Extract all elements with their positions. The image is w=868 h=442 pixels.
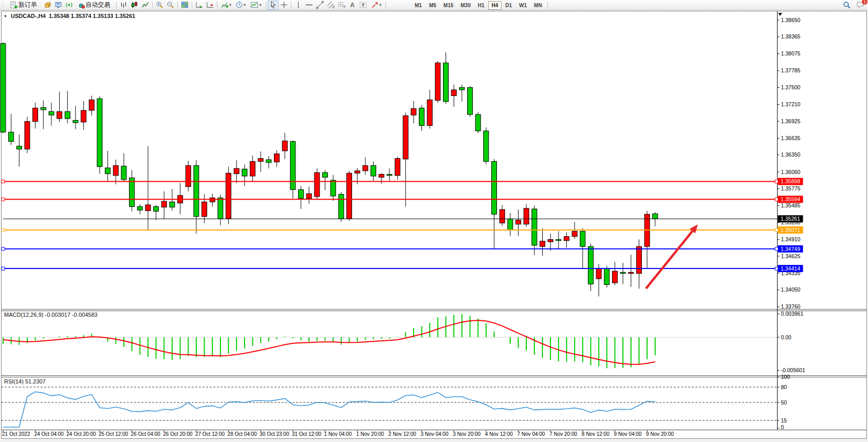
- trendline-icon: [316, 1, 324, 9]
- bar-chart-icon: [120, 1, 127, 9]
- svg-text:9 Nov 04:00: 9 Nov 04:00: [614, 431, 641, 437]
- chart-ohlc: 1.35348 1.35374 1.35133 1.35261: [49, 13, 135, 19]
- svg-text:1.36925: 1.36925: [781, 118, 801, 124]
- new-order-button[interactable]: 新订单: [6, 1, 42, 10]
- svg-text:0.003961: 0.003961: [781, 311, 804, 317]
- fibonacci-tool-button[interactable]: F: [336, 1, 347, 10]
- candles-layer: [1, 42, 658, 296]
- timeframes-clock-button[interactable]: ▾: [233, 1, 248, 10]
- zoom-out-button[interactable]: [165, 1, 176, 10]
- svg-text:1.35261: 1.35261: [781, 216, 800, 222]
- chart-title[interactable]: ▼ USDCAD-,H4 1.35348 1.35374 1.35133 1.3…: [4, 13, 135, 19]
- cursor-tool-button[interactable]: [268, 1, 279, 10]
- svg-text:31 Oct 12:00: 31 Oct 12:00: [292, 431, 322, 437]
- svg-text:15: 15: [781, 417, 787, 424]
- timeframe-M15[interactable]: M15: [440, 1, 457, 10]
- history-cube-button[interactable]: [42, 1, 53, 10]
- svg-text:21 Oct 2022: 21 Oct 2022: [2, 431, 30, 437]
- svg-text:A: A: [350, 2, 355, 9]
- line-chart-button[interactable]: [140, 1, 151, 10]
- search-button[interactable]: [841, 1, 852, 10]
- line-chart-icon: [141, 1, 149, 9]
- zoom-in-button[interactable]: [154, 1, 165, 10]
- indicators-button[interactable]: ▾: [219, 1, 233, 10]
- macd-name: MACD(12,26,9): [4, 312, 43, 318]
- arrows-caret-icon: ▾: [379, 3, 381, 7]
- svg-text:F: F: [343, 5, 345, 9]
- svg-text:1.33760: 1.33760: [781, 303, 801, 310]
- vertical-line-tool-button[interactable]: [293, 1, 304, 10]
- autotrading-label: 自动交易: [86, 1, 110, 9]
- candlestick-chart-button[interactable]: [129, 1, 140, 10]
- arrows-tool-button[interactable]: ▾: [368, 1, 384, 10]
- rsi-name: RSI(14): [4, 378, 24, 385]
- svg-text:1 Nov 04:00: 1 Nov 04:00: [324, 431, 352, 437]
- timeframe-D1[interactable]: D1: [502, 1, 515, 10]
- horizontal-line-tool-button[interactable]: [304, 1, 315, 10]
- notification-badge: 1: [862, 0, 867, 5]
- chart-collapse-icon[interactable]: ▼: [4, 14, 7, 18]
- svg-text:9 Nov 20:00: 9 Nov 20:00: [646, 431, 674, 437]
- macd-pane-label: MACD(12,26,9) -0.003017 -0.004583: [4, 312, 98, 318]
- text-icon: A: [348, 1, 356, 9]
- svg-text:26 Oct 04:00: 26 Oct 04:00: [131, 431, 161, 437]
- svg-text:1.35775: 1.35775: [781, 185, 801, 191]
- chart-shift-icon: [206, 1, 214, 9]
- svg-text:24 Oct 04:00: 24 Oct 04:00: [34, 431, 64, 437]
- auto-scroll-button[interactable]: [194, 1, 205, 10]
- macd-pane: 0.0039610.00-0.005601: [1, 311, 805, 373]
- svg-text:7 Nov 20:00: 7 Nov 20:00: [549, 431, 577, 437]
- svg-text:7 Nov 04:00: 7 Nov 04:00: [517, 431, 545, 437]
- chart-shift-button[interactable]: [205, 1, 215, 10]
- text-tool-button[interactable]: A: [347, 1, 358, 10]
- signals-button[interactable]: [64, 1, 75, 10]
- svg-text:1.37210: 1.37210: [781, 101, 801, 107]
- timeframe-M30[interactable]: M30: [457, 1, 474, 10]
- svg-text:26 Oct 20:00: 26 Oct 20:00: [163, 431, 193, 437]
- chart-canvas[interactable]: 1.386501.383651.380751.377851.375001.372…: [0, 0, 868, 442]
- toolbar-grip[interactable]: [3, 2, 5, 9]
- signal-icon: [65, 1, 73, 9]
- mt4-window: 新订单 自动交易: [0, 0, 868, 442]
- tile-windows-icon: [181, 1, 189, 9]
- crosshair-tool-button[interactable]: [279, 1, 289, 10]
- template-icon: [250, 1, 258, 9]
- date-axis: 21 Oct 202224 Oct 04:0024 Oct 20:0025 Oc…: [1, 430, 866, 437]
- timeframe-H4[interactable]: H4: [488, 1, 502, 10]
- svg-text:1.38075: 1.38075: [781, 50, 801, 56]
- toolbar-right-group: 1: [841, 1, 866, 10]
- svg-text:4 Nov 12:00: 4 Nov 12:00: [485, 431, 513, 437]
- timeframe-bar: M1M5M15M30H1H4D1W1MN: [411, 0, 546, 10]
- clock-icon: [235, 1, 243, 9]
- svg-text:1.34414: 1.34414: [781, 265, 800, 272]
- toolbar: 新订单 自动交易: [0, 0, 868, 10]
- svg-text:3 Nov 20:00: 3 Nov 20:00: [453, 431, 481, 437]
- svg-text:1.34050: 1.34050: [781, 286, 801, 293]
- timeframe-M1[interactable]: M1: [411, 1, 426, 10]
- svg-text:100: 100: [781, 374, 790, 380]
- autotrading-button[interactable]: 自动交易: [75, 1, 115, 10]
- svg-text:0: 0: [781, 424, 784, 430]
- svg-text:2 Nov 12:00: 2 Nov 12:00: [389, 431, 416, 437]
- timeframe-W1[interactable]: W1: [515, 1, 530, 10]
- market-watch-button[interactable]: [53, 1, 64, 10]
- text-label-tool-button[interactable]: T: [358, 1, 368, 10]
- tile-windows-button[interactable]: [179, 1, 190, 10]
- templates-button[interactable]: ▾: [248, 1, 264, 10]
- arrows-shapes-icon: [371, 1, 379, 9]
- equidistant-channel-tool-button[interactable]: E: [325, 1, 336, 10]
- svg-text:1.38365: 1.38365: [781, 33, 801, 40]
- timeframe-MN[interactable]: MN: [530, 1, 546, 10]
- timeframe-M5[interactable]: M5: [426, 1, 440, 10]
- svg-text:3 Nov 04:00: 3 Nov 04:00: [421, 431, 449, 437]
- trendline-tool-button[interactable]: [315, 1, 325, 10]
- trend-arrow: [646, 224, 698, 289]
- rsi-value: 51.2307: [25, 378, 46, 385]
- timeframe-H1[interactable]: H1: [474, 1, 488, 10]
- clock-caret-icon: ▾: [244, 3, 246, 7]
- svg-text:-0.005601: -0.005601: [781, 367, 805, 373]
- macd-signal-value: -0.004583: [72, 312, 98, 318]
- bar-chart-button[interactable]: [118, 1, 129, 10]
- macd-value: -0.003017: [45, 312, 70, 318]
- notifications-button[interactable]: 1: [855, 1, 866, 10]
